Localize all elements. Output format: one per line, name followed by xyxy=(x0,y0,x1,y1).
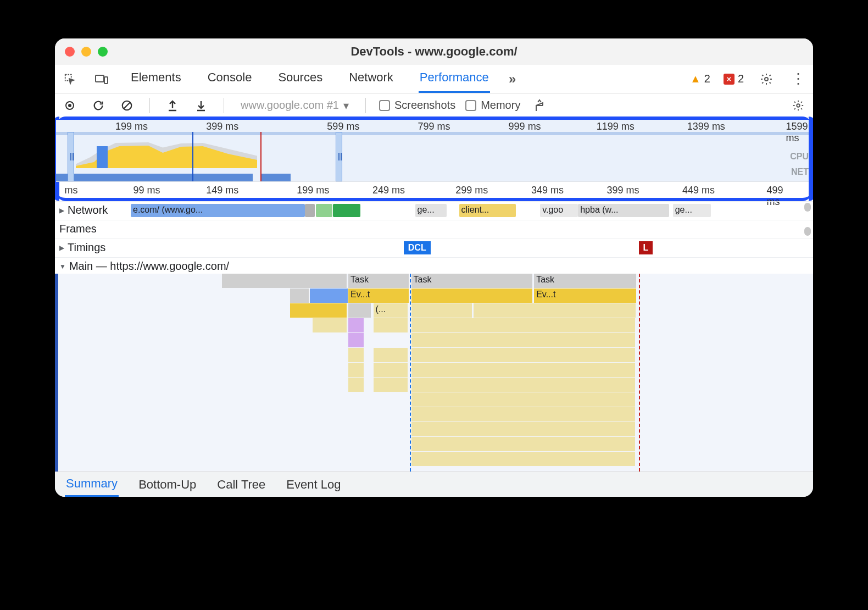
overview-cpu-chart xyxy=(76,135,257,168)
inspect-icon[interactable] xyxy=(60,70,79,88)
flame-bar[interactable] xyxy=(290,289,309,303)
flame-bar[interactable] xyxy=(313,318,347,332)
flame-bar[interactable] xyxy=(374,378,408,392)
network-block[interactable]: v.goo xyxy=(540,204,578,217)
flame-bar[interactable] xyxy=(290,303,347,318)
flame-bar[interactable] xyxy=(348,318,364,332)
warnings-indicator[interactable]: ▲ 2 xyxy=(690,73,710,85)
network-block[interactable] xyxy=(316,204,332,217)
ruler-tick: 399 ms xyxy=(607,185,639,196)
flame-bar[interactable] xyxy=(310,289,348,303)
overview-handle-left[interactable] xyxy=(68,132,74,181)
dcl-badge[interactable]: DCL xyxy=(404,241,431,254)
errors-indicator[interactable]: × 2 xyxy=(724,73,744,85)
settings-icon[interactable] xyxy=(757,70,776,88)
flame-bar[interactable]: Ev...t xyxy=(534,289,636,303)
flame-bar[interactable] xyxy=(411,333,635,347)
tab-elements[interactable]: Elements xyxy=(130,65,182,93)
disclosure-icon[interactable]: ▶ xyxy=(59,244,64,252)
timeline-overview[interactable]: 199 ms399 ms599 ms799 ms999 ms1199 ms139… xyxy=(56,120,812,181)
screenshots-checkbox[interactable]: Screenshots xyxy=(379,99,455,112)
flame-bar[interactable] xyxy=(348,333,364,347)
upload-profile-button[interactable] xyxy=(163,96,182,115)
flame-bar[interactable] xyxy=(411,407,635,422)
load-line xyxy=(639,274,640,472)
flame-bar[interactable] xyxy=(411,437,635,451)
flame-bar[interactable] xyxy=(348,378,364,392)
flame-bar[interactable] xyxy=(411,348,635,362)
tab-console[interactable]: Console xyxy=(207,65,253,93)
ruler-tick: ms xyxy=(65,185,78,196)
load-badge[interactable]: L xyxy=(639,241,653,254)
titlebar: DevTools - www.google.com/ xyxy=(55,38,813,65)
timings-track-label: Timings xyxy=(68,241,105,254)
flame-bar[interactable] xyxy=(411,392,635,407)
flame-bar[interactable] xyxy=(374,318,408,332)
disclosure-down-icon[interactable]: ▼ xyxy=(59,263,66,270)
flame-bar[interactable] xyxy=(348,363,364,377)
download-profile-button[interactable] xyxy=(192,96,210,115)
flame-bar[interactable]: Task xyxy=(534,274,636,288)
scrollbar-thumb[interactable] xyxy=(804,227,811,236)
network-block[interactable] xyxy=(305,204,315,217)
perf-toolbar: www.google.com #1 ▾ Screenshots Memory xyxy=(55,93,813,118)
network-block[interactable]: ge... xyxy=(673,204,711,217)
flame-bar[interactable]: Task xyxy=(411,274,533,288)
network-block[interactable]: e.com/ (www.go... xyxy=(131,204,305,217)
flame-bar[interactable] xyxy=(222,274,347,288)
ruler-tick: 299 ms xyxy=(455,185,488,196)
detail-ruler[interactable]: ms99 ms149 ms199 ms249 ms299 ms349 ms399… xyxy=(56,181,812,198)
profile-select[interactable]: www.google.com #1 ▾ xyxy=(237,98,352,113)
tab-event-log[interactable]: Event Log xyxy=(285,473,342,496)
clear-button[interactable] xyxy=(118,96,136,115)
flame-bar[interactable] xyxy=(411,363,635,377)
overview-handle-right[interactable] xyxy=(336,132,342,181)
flame-bar[interactable] xyxy=(411,422,635,436)
scrollbar-thumb[interactable] xyxy=(804,203,811,212)
overview-tick: 199 ms xyxy=(115,121,148,132)
network-block[interactable]: client... xyxy=(459,204,516,217)
network-block[interactable]: hpba (w... xyxy=(578,204,669,217)
svg-point-3 xyxy=(765,77,768,81)
flame-bar[interactable] xyxy=(411,452,635,466)
tab-performance[interactable]: Performance xyxy=(419,65,490,93)
minimize-icon[interactable] xyxy=(81,47,91,57)
record-button[interactable] xyxy=(60,96,79,115)
tab-bottom-up[interactable]: Bottom-Up xyxy=(137,473,197,496)
flame-bar[interactable] xyxy=(374,363,408,377)
collect-garbage-button[interactable] xyxy=(530,96,549,115)
flame-bar[interactable] xyxy=(411,318,635,332)
flame-bar[interactable] xyxy=(411,378,635,392)
flamechart[interactable]: TaskTaskTaskEv...tEv...t(... xyxy=(55,274,813,472)
flame-bar[interactable]: Ev...t xyxy=(348,289,409,303)
tab-call-tree[interactable]: Call Tree xyxy=(216,473,266,496)
network-block[interactable] xyxy=(333,204,360,217)
flame-bar[interactable] xyxy=(411,303,472,318)
tab-summary[interactable]: Summary xyxy=(65,472,119,497)
flame-bar[interactable]: Task xyxy=(348,274,409,288)
profile-select-label: www.google.com #1 xyxy=(241,99,339,112)
timings-track[interactable]: ▶Timings DCL L xyxy=(55,239,813,257)
close-icon[interactable] xyxy=(65,47,75,57)
tabs-overflow-icon[interactable]: » xyxy=(503,70,522,88)
flame-bar[interactable] xyxy=(374,348,408,362)
main-track-header[interactable]: ▼Main — https://www.google.com/ xyxy=(55,257,813,274)
frames-track[interactable]: Frames xyxy=(55,220,813,239)
kebab-menu-icon[interactable]: ⋮ xyxy=(789,70,808,88)
disclosure-icon[interactable]: ▶ xyxy=(59,207,64,214)
flame-bar[interactable] xyxy=(348,348,364,362)
flame-bar[interactable] xyxy=(348,303,371,318)
tab-network[interactable]: Network xyxy=(348,65,394,93)
network-block[interactable]: ge... xyxy=(415,204,447,217)
memory-checkbox[interactable]: Memory xyxy=(465,99,520,112)
network-track[interactable]: ▶Network e.com/ (www.go...ge...client...… xyxy=(55,201,813,220)
flame-bar[interactable] xyxy=(474,303,636,318)
maximize-icon[interactable] xyxy=(98,47,108,57)
svg-line-7 xyxy=(124,102,130,108)
device-mode-icon[interactable] xyxy=(92,70,111,88)
flame-bar[interactable]: (... xyxy=(374,303,408,318)
tab-sources[interactable]: Sources xyxy=(277,65,324,93)
reload-button[interactable] xyxy=(89,96,108,115)
perf-settings-icon[interactable] xyxy=(789,96,808,115)
flame-bar[interactable] xyxy=(411,289,533,303)
